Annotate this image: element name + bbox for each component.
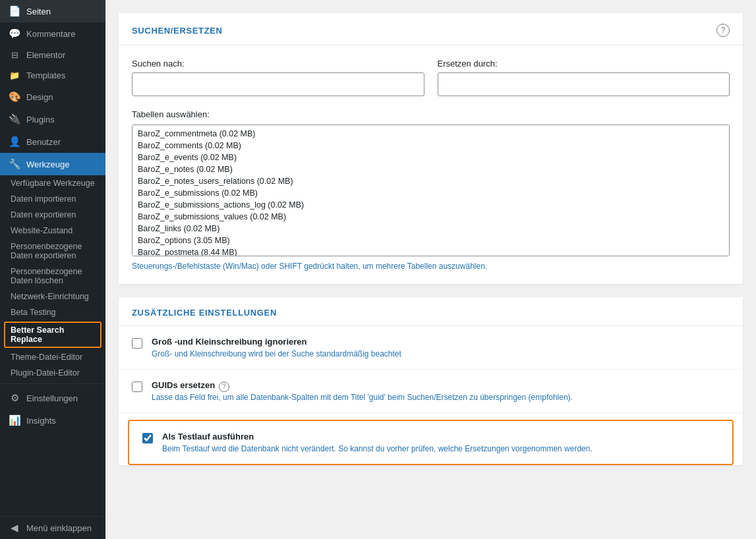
tools-icon: 🔧 [8,158,21,170]
sidebar-item-label: Seiten [26,7,51,16]
sidebar-item-label: Menü einklappen [26,523,92,533]
setting-title-row-guids: GUIDs ersetzen ? [152,380,730,393]
sidebar-item-label: Einstellungen [26,393,78,403]
sidebar-item-plugins[interactable]: 🔌 Plugins [0,108,105,130]
einstellungen-panel: ZUSÄTZLICHE EINSTELLUNGEN Groß -und Klei… [119,297,743,465]
sidebar-item-label: Elementor [26,50,65,60]
sidebar-item-label: Insights [26,416,56,426]
sidebar-item-label: Templates [26,71,65,80]
insights-icon: 📊 [8,414,21,426]
sidebar-item-label: Design [26,92,53,102]
setting-title-guids: GUIDs ersetzen [152,380,215,390]
sidebar-subitem-pb-loschen[interactable]: Personenbezogene Daten löschen [0,264,105,289]
setting-text-guids: GUIDs ersetzen ? Lasse das Feld frei, um… [152,380,730,402]
templates-icon: 📁 [8,71,21,80]
sidebar-subitem-plugin-editor[interactable]: Plugin-Datei-Editor [0,365,105,381]
suchen-ersetzen-panel: SUCHEN/ERSETZEN ? Suchen nach: Ersetzen … [119,13,743,284]
sidebar-subitem-verfugbare[interactable]: Verfügbare Werkzeuge [0,175,105,191]
einstellungen-panel-header: ZUSÄTZLICHE EINSTELLUNGEN [119,297,743,326]
checkbox-testlauf[interactable] [142,433,153,443]
sidebar-item-label: Kommentare [26,29,75,39]
setting-gross-kleinschreibung: Groß -und Kleinschreibung ignorieren Gro… [119,326,743,370]
comment-icon: 💬 [8,28,21,40]
sidebar-item-design[interactable]: 🎨 Design [0,86,105,108]
suchen-panel-header: SUCHEN/ERSETZEN ? [119,13,743,45]
sidebar-item-templates[interactable]: 📁 Templates [0,65,105,86]
sidebar-item-label: Werkzeuge [26,159,70,169]
suchen-group: Suchen nach: [132,59,424,96]
setting-title-testlauf: Als Testlauf ausführen [162,432,719,441]
sidebar-subitem-netzwerk[interactable]: Netzwerk-Einrichtung [0,289,105,304]
einstellungen-panel-title: ZUSÄTZLICHE EINSTELLUNGEN [132,308,277,318]
sidebar-divider-1 [0,383,105,384]
sidebar-item-kommentare[interactable]: 💬 Kommentare [0,22,105,45]
settings-icon: ⚙ [8,392,21,404]
sidebar-subitem-beta[interactable]: Beta Testing [0,304,105,320]
setting-title-gross: Groß -und Kleinschreibung ignorieren [152,337,730,347]
sidebar-subitem-exportieren[interactable]: Daten exportieren [0,207,105,223]
ersetzen-input[interactable] [438,72,730,96]
sidebar-bottom: ◀ Menü einklappen [0,516,105,539]
suchen-input[interactable] [132,72,424,96]
page-icon: 📄 [8,5,21,17]
checkbox-gross-kleinschreibung[interactable] [132,338,142,349]
sidebar-subitem-bsr[interactable]: Better Search Replace [4,322,102,348]
sidebar-item-seiten[interactable]: 📄 Seiten [0,0,105,22]
sidebar-item-label: Plugins [26,115,55,125]
sidebar-subitem-theme-editor[interactable]: Theme-Datei-Editor [0,349,105,365]
search-replace-row: Suchen nach: Ersetzen durch: [132,59,730,96]
setting-desc-testlauf: Beim Testlauf wird die Datenbank nicht v… [162,444,719,453]
suchen-label: Suchen nach: [132,59,424,69]
sidebar: 📄 Seiten 💬 Kommentare ⊟ Elementor 📁 Temp… [0,0,105,539]
checkbox-guids[interactable] [132,382,142,392]
design-icon: 🎨 [8,91,21,103]
user-icon: 👤 [8,136,21,148]
elementor-icon: ⊟ [8,50,21,60]
setting-guids: GUIDs ersetzen ? Lasse das Feld frei, um… [119,370,743,413]
setting-testlauf: Als Testlauf ausführen Beim Testlauf wir… [128,420,734,465]
werkzeuge-submenu: Verfügbare Werkzeuge Daten importieren D… [0,175,105,381]
setting-desc-guids: Lasse das Feld frei, um alle Datenbank-S… [152,393,730,402]
sidebar-item-menu-einklappen[interactable]: ◀ Menü einklappen [0,517,105,539]
setting-text-testlauf: Als Testlauf ausführen Beim Testlauf wir… [162,432,719,453]
ersetzen-label: Ersetzen durch: [438,59,730,69]
sidebar-item-elementor[interactable]: ⊟ Elementor [0,45,105,65]
sidebar-item-label: Benutzer [26,137,61,147]
main-content: SUCHEN/ERSETZEN ? Suchen nach: Ersetzen … [105,0,756,539]
sidebar-subitem-importieren[interactable]: Daten importieren [0,191,105,207]
guids-help-icon[interactable]: ? [219,382,229,392]
tabellen-label: Tabellen auswählen: [132,109,730,119]
sidebar-item-werkzeuge[interactable]: 🔧 Werkzeuge [0,153,105,175]
sidebar-item-benutzer[interactable]: 👤 Benutzer [0,130,105,153]
sidebar-subitem-pb-exportieren[interactable]: Personenbezogene Daten exportieren [0,239,105,264]
suchen-panel-body: Suchen nach: Ersetzen durch: Tabellen au… [119,45,743,284]
tabellen-hint: Steuerungs-/Befehlstaste (Win/Mac) oder … [132,262,730,271]
tabellen-section: Tabellen auswählen: BaroZ_commentmeta (0… [132,109,730,271]
sidebar-subitem-website-zustand[interactable]: Website-Zustand [0,223,105,239]
ersetzen-group: Ersetzen durch: [438,59,730,96]
collapse-icon: ◀ [8,522,21,534]
suchen-help-icon[interactable]: ? [716,24,730,37]
sidebar-item-insights[interactable]: 📊 Insights [0,409,105,432]
plugins-icon: 🔌 [8,113,21,125]
tabellen-select[interactable]: BaroZ_commentmeta (0.02 MB)BaroZ_comment… [132,125,730,256]
setting-desc-gross: Groß- und Kleinschreibung wird bei der S… [152,349,730,358]
setting-text-gross: Groß -und Kleinschreibung ignorieren Gro… [152,337,730,358]
suchen-panel-title: SUCHEN/ERSETZEN [132,26,223,36]
sidebar-item-einstellungen[interactable]: ⚙ Einstellungen [0,387,105,409]
